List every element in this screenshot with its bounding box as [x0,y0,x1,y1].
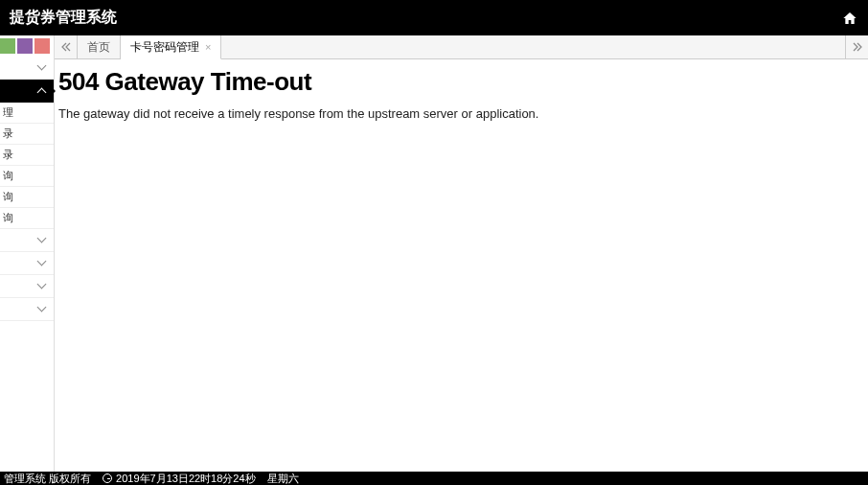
footer-datetime: 2019年7月13日22时18分24秒 [103,472,256,486]
home-icon[interactable] [841,11,858,26]
clock-icon [103,473,112,483]
nav-group-3[interactable] [0,229,54,252]
content-area: 504 Gateway Time-out The gateway did not… [55,59,868,472]
theme-green[interactable] [0,38,15,54]
app-title: 提货券管理系统 [10,8,841,28]
theme-swatches [0,35,54,57]
theme-red[interactable] [34,38,50,54]
double-chevron-right-icon [853,42,862,52]
nav-group-2-active[interactable] [0,80,54,103]
chevron-down-icon [38,305,48,314]
nav-subitem[interactable]: 询 [0,166,54,187]
tab-card-password-mgmt[interactable]: 卡号密码管理 × [121,35,221,59]
nav-subitem[interactable]: 理 [0,103,54,124]
nav-subitem[interactable]: 录 [0,145,54,166]
footer-weekday: 星期六 [267,472,299,486]
main-panel: 首页 卡号密码管理 × 504 Gateway Time-out The gat… [55,35,868,472]
tab-label: 首页 [87,39,110,56]
chevron-down-icon [38,259,48,268]
error-heading: 504 Gateway Time-out [58,67,864,97]
chevron-up-icon [38,86,48,96]
tab-home[interactable]: 首页 [78,35,121,58]
main-container: 理 录 录 询 询 询 首页 卡号密码管理 × 504 Gateway Time… [0,35,868,472]
tab-bar: 首页 卡号密码管理 × [55,35,868,59]
tab-scroll-left[interactable] [55,35,78,58]
nav-group-1[interactable] [0,57,54,80]
tab-scroll-right[interactable] [845,35,868,58]
chevron-down-icon [38,63,48,73]
nav-subitem[interactable]: 询 [0,208,54,229]
nav-group-6[interactable] [0,298,54,321]
close-icon[interactable]: × [205,41,211,53]
tab-label: 卡号密码管理 [130,39,199,56]
nav-group-5[interactable] [0,275,54,298]
chevron-down-icon [38,236,48,245]
double-chevron-left-icon [61,42,71,52]
nav-subitem[interactable]: 录 [0,124,54,145]
nav-group-4[interactable] [0,252,54,275]
theme-purple[interactable] [17,38,33,54]
sidebar: 理 录 录 询 询 询 [0,35,55,472]
header-bar: 提货券管理系统 [0,0,868,35]
footer-copyright: 管理系统 版权所有 [4,472,91,486]
nav-subitem[interactable]: 询 [0,187,54,208]
footer-bar: 管理系统 版权所有 2019年7月13日22时18分24秒 星期六 [0,472,868,485]
error-message: The gateway did not receive a timely res… [58,106,864,121]
chevron-down-icon [38,282,48,291]
